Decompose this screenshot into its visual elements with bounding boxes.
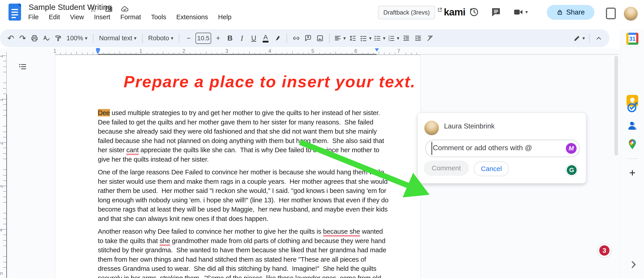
cloud-saved-icon[interactable] (120, 5, 129, 13)
highlighted-word: Dee (98, 109, 110, 116)
kami-button[interactable]: kami (437, 7, 465, 17)
paragraph[interactable]: Dee used multiple strategies to try and … (98, 108, 380, 164)
comment-placeholder: Comment or add others with @ (433, 144, 532, 152)
toolbar: ↶ ↷ 100%▾ Normal text▾ Roboto▾ − 10.5 + … (0, 29, 610, 47)
zoom-select[interactable]: 100%▾ (65, 34, 89, 42)
google-tasks-icon[interactable] (626, 101, 638, 113)
chevron-down-icon: ▾ (343, 35, 346, 41)
font-size-input[interactable]: 10.5 (196, 33, 211, 44)
horizontal-ruler[interactable]: 11234567 (55, 48, 420, 55)
svg-text:3: 3 (388, 39, 390, 42)
menu-help[interactable]: Help (218, 14, 232, 21)
text-cursor (432, 142, 432, 155)
menu-tools[interactable]: Tools (151, 14, 166, 21)
add-comment-button[interactable] (303, 32, 313, 44)
get-addons-button[interactable]: + (629, 168, 636, 178)
account-avatar[interactable] (624, 7, 638, 20)
undo-button[interactable]: ↶ (6, 32, 16, 44)
right-indent-marker[interactable] (375, 48, 379, 52)
collapse-panel-chevron-icon[interactable] (628, 260, 638, 270)
comment-cancel-button[interactable]: Cancel (474, 162, 509, 176)
paint-format-button[interactable] (53, 32, 63, 44)
editing-mode-button[interactable]: ▾ (573, 32, 585, 44)
lock-icon (556, 9, 563, 16)
chevron-down-icon: ▾ (134, 35, 136, 41)
spellcheck-button[interactable] (42, 32, 51, 44)
font-select[interactable]: Roboto▾ (147, 34, 175, 42)
italic-button[interactable]: I (237, 32, 247, 44)
text-color-button[interactable]: A (263, 34, 268, 42)
left-indent-marker[interactable] (96, 51, 100, 54)
document-text[interactable]: Dee used multiple strategies to try and … (98, 108, 380, 278)
increase-font-size-button[interactable]: + (213, 32, 223, 44)
toolbar-row: ↶ ↷ 100%▾ Normal text▾ Roboto▾ − 10.5 + … (0, 29, 620, 48)
bulleted-list-button[interactable]: ▾ (374, 32, 385, 44)
mode-switch-icon[interactable] (606, 8, 616, 19)
external-link-icon (437, 7, 442, 12)
decrease-font-size-button[interactable]: − (184, 32, 194, 44)
mote-extension-icon[interactable]: M (566, 143, 576, 154)
star-icon[interactable]: ☆ (89, 4, 97, 14)
comment-author-avatar (424, 121, 439, 135)
google-maps-icon[interactable] (626, 138, 638, 150)
clear-formatting-button[interactable] (425, 32, 435, 44)
redo-button[interactable]: ↷ (18, 32, 28, 44)
paragraph-style-select[interactable]: Normal text▾ (98, 34, 138, 42)
join-call-button[interactable]: ▾ (513, 7, 528, 18)
first-line-indent-marker[interactable] (96, 48, 100, 51)
chevron-down-icon: ▾ (397, 35, 399, 41)
chevron-down-icon: ▾ (383, 35, 385, 41)
move-folder-icon[interactable] (105, 5, 113, 13)
comment-popup: Laura Steinbrink Comment or add others w… (418, 112, 586, 184)
rail-divider (628, 158, 637, 159)
insert-image-button[interactable] (315, 32, 325, 44)
paragraph[interactable]: Another reason why Dee failed to convinc… (98, 227, 380, 278)
version-history-icon[interactable] (468, 7, 479, 18)
comments-icon[interactable] (491, 7, 501, 17)
google-calendar-icon[interactable]: 31 (626, 33, 638, 45)
ruler-extension-line (420, 54, 618, 54)
menu-file[interactable]: File (28, 14, 39, 21)
grammarly-icon[interactable]: G (566, 164, 578, 176)
spellcheck-underlined-word: cant (126, 146, 138, 155)
side-panel-rail: 31 + (620, 29, 644, 278)
document-scrollbar[interactable] (614, 56, 618, 156)
menu-insert[interactable]: Insert (94, 14, 110, 21)
show-outline-icon[interactable] (18, 62, 27, 72)
comment-submit-button[interactable]: Comment (424, 160, 469, 176)
chevron-down-icon: ▾ (85, 35, 87, 41)
menu-edit[interactable]: Edit (49, 14, 60, 21)
hide-menus-button[interactable] (594, 32, 604, 44)
spellcheck-underlined-word: because she (323, 228, 360, 236)
line-spacing-button[interactable] (348, 32, 358, 44)
align-button[interactable]: ▾ (334, 32, 346, 44)
bold-button[interactable]: B (225, 32, 235, 44)
insert-link-button[interactable] (291, 32, 301, 44)
highlight-color-button[interactable] (272, 32, 282, 44)
annotation-heading: Prepare a place to insert your text. (124, 72, 416, 91)
print-button[interactable] (30, 32, 40, 44)
increase-indent-button[interactable] (413, 32, 423, 44)
menu-extensions[interactable]: Extensions (176, 14, 208, 21)
underline-button[interactable]: U (249, 32, 259, 44)
spellcheck-underlined-word: she (160, 237, 170, 246)
chevron-down-icon: ▾ (525, 9, 528, 15)
vertical-ruler: 112345 (0, 52, 7, 278)
decrease-indent-button[interactable] (401, 32, 411, 44)
google-contacts-icon[interactable] (626, 120, 638, 132)
extension-badge[interactable]: 3 (598, 244, 611, 258)
google-docs-icon[interactable] (8, 4, 21, 20)
checklist-button[interactable]: ▾ (360, 32, 372, 44)
paragraph[interactable]: One of the large reasons Dee Failed to c… (98, 168, 380, 223)
share-button[interactable]: Share (547, 5, 594, 20)
top-bar: Sample Student Writing ☆ FileEditViewIns… (0, 0, 644, 29)
menu-view[interactable]: View (70, 14, 84, 21)
menu-bar: FileEditViewInsertFormatToolsExtensionsH… (28, 14, 232, 21)
chevron-down-icon: ▾ (171, 35, 173, 41)
docs-icon-fold (18, 4, 21, 7)
draftback-button[interactable]: Draftback (3revs) (378, 6, 435, 19)
menu-format[interactable]: Format (120, 14, 141, 21)
numbered-list-button[interactable]: 123▾ (388, 32, 399, 44)
comment-author-name: Laura Steinbrink (444, 122, 495, 130)
video-call-icon (513, 7, 524, 18)
